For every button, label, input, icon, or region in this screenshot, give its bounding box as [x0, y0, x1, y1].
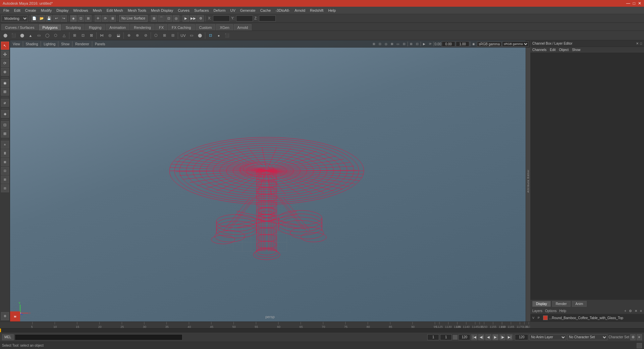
disp-tab-display[interactable]: Display [532, 301, 551, 307]
play-fwd-btn[interactable]: ▶ [492, 334, 498, 340]
skip-to-end-btn[interactable]: ▶| [506, 334, 513, 340]
menu-curves[interactable]: Curves [176, 8, 192, 13]
menu-modify[interactable]: Modify [39, 8, 54, 13]
undo-btn[interactable]: ↩ [53, 15, 60, 22]
timeline-track-inner[interactable] [0, 329, 530, 332]
cube-icon[interactable]: ⬛ [10, 32, 18, 40]
vp-icon2[interactable]: ⊡ [377, 41, 383, 47]
skip-to-start-btn[interactable]: |◀ [471, 334, 477, 340]
disp-tab-render[interactable]: Render [552, 301, 571, 307]
menu-mesh-tools[interactable]: Mesh Tools [126, 8, 148, 13]
minimize-button[interactable]: — [626, 1, 630, 6]
step-back-btn[interactable]: ◀| [478, 334, 484, 340]
end-frame-input[interactable] [459, 334, 470, 340]
channel-box-close[interactable]: ✕ [636, 42, 639, 45]
play-back-btn[interactable]: ◀ [485, 334, 491, 340]
menu-display[interactable]: Display [54, 8, 70, 13]
separate-icon[interactable]: ⊗ [133, 32, 141, 40]
menu-deform[interactable]: Deform [211, 8, 227, 13]
move-mode-btn[interactable]: ✛ [1, 50, 9, 58]
tab-curves-surfaces[interactable]: Curves / Surfaces [1, 24, 38, 31]
close-button[interactable]: ✕ [638, 1, 641, 6]
bevel-icon[interactable]: ⊠ [87, 32, 95, 40]
uv-editor-icon[interactable]: UV [179, 32, 187, 40]
char-set-select[interactable]: No Character Set [567, 334, 607, 340]
layers-btn[interactable]: Layers [532, 309, 542, 313]
paint-sel-btn[interactable]: ⊞ [85, 15, 92, 22]
step-fwd-btn[interactable]: |▶ [499, 334, 505, 340]
mode-select[interactable]: Modeling Rigging Animation FX [1, 15, 28, 22]
render-settings-btn[interactable]: ⚙ [197, 15, 204, 22]
smooth-icon[interactable]: ⊞ [70, 32, 78, 40]
vp-icon6[interactable]: ⊟ [401, 41, 407, 47]
command-input[interactable] [15, 334, 182, 340]
render-current-btn[interactable]: ▶ [182, 15, 189, 22]
tab-xgen[interactable]: XGen [216, 24, 233, 31]
tab-animation[interactable]: Animation [106, 24, 129, 31]
move-tool-btn[interactable]: ✛ [95, 15, 101, 22]
menu-arnold[interactable]: Arnold [292, 8, 307, 13]
extrude-icon[interactable]: ⊡ [79, 32, 87, 40]
layer-color-swatch[interactable] [543, 315, 548, 320]
status-icon[interactable] [637, 343, 642, 348]
tool12[interactable]: ⊡ [1, 167, 9, 175]
extract-icon[interactable]: ⊘ [142, 32, 150, 40]
select-tool-btn[interactable]: ◈ [70, 15, 77, 22]
tab-rigging[interactable]: Rigging [85, 24, 105, 31]
vp-loop-icon[interactable]: ⟳ [428, 41, 433, 47]
layer-p-label[interactable]: P [538, 316, 542, 319]
select-contiguous-icon[interactable]: ⬡ [152, 32, 160, 40]
tab-sculpting[interactable]: Sculpting [62, 24, 85, 31]
layer-options-icon[interactable]: ≡ [640, 309, 642, 313]
scale-mode-btn[interactable]: ⊕ [1, 68, 9, 76]
append-poly-icon[interactable]: ⬓ [114, 32, 122, 40]
cylindrical-map-icon[interactable]: ⬤ [196, 32, 204, 40]
cone-icon[interactable]: ▲ [26, 32, 35, 40]
disp-tab-anim[interactable]: Anim [572, 301, 587, 307]
timeline-ruler-track[interactable] [10, 322, 530, 328]
scale-tool-btn[interactable]: ⊞ [109, 15, 116, 22]
open-btn[interactable]: 📂 [38, 15, 45, 22]
planar-map-icon[interactable]: ▭ [187, 32, 196, 40]
plane-icon[interactable]: ▭ [35, 32, 43, 40]
tab-custom[interactable]: Custom [196, 24, 216, 31]
tool13[interactable]: ⊞ [1, 176, 9, 184]
tool11[interactable]: ⊠ [1, 158, 9, 166]
maximize-button[interactable]: □ [633, 1, 635, 6]
sculpt-btn[interactable]: ◈ [1, 110, 9, 118]
anim-extra-btn[interactable]: ≡ [637, 334, 642, 340]
flat-shade-icon[interactable]: ⬛ [223, 32, 231, 40]
settings-btn[interactable]: ⚙ [1, 312, 9, 320]
soft-mod-btn[interactable]: ◉ [1, 79, 9, 87]
render-seq-btn[interactable]: ▶▶ [190, 15, 197, 22]
menu-create[interactable]: Create [23, 8, 38, 13]
snap-curve-btn[interactable]: ⌒ [158, 15, 165, 22]
attribute-editor-tab[interactable]: Attribute Editor [526, 40, 530, 321]
tool10[interactable]: ≣ [1, 149, 9, 157]
vp-show-menu[interactable]: Show [60, 42, 71, 46]
grow-sel-icon[interactable]: ⊞ [160, 32, 168, 40]
sphere-icon[interactable]: ⬤ [1, 32, 9, 40]
layer-v-label[interactable]: V [532, 316, 536, 319]
mel-python-toggle[interactable]: MEL [2, 334, 14, 340]
paint-weights-btn[interactable]: ⊡ [1, 121, 9, 129]
vp-icon4[interactable]: ⊠ [389, 41, 395, 47]
ch-tab-object[interactable]: Object [559, 48, 569, 52]
tool9[interactable]: ≡ [1, 141, 9, 149]
new-btn[interactable]: 📄 [31, 15, 38, 22]
menu-mesh[interactable]: Mesh [91, 8, 104, 13]
snap-view-btn[interactable]: ◎ [173, 15, 179, 22]
smooth-shade-icon[interactable]: ● [215, 32, 223, 40]
z-input[interactable] [259, 15, 276, 21]
vp-icon1[interactable]: ⊞ [371, 41, 377, 47]
paint-skin-btn[interactable]: ⊞ [1, 130, 9, 138]
ch-tab-show[interactable]: Show [572, 48, 580, 52]
tab-fx[interactable]: FX [155, 24, 167, 31]
vp-icon7[interactable]: ⊞ [409, 41, 414, 47]
vp-gamma-select[interactable]: sRGB gamma [502, 41, 529, 47]
save-btn[interactable]: 💾 [46, 15, 52, 22]
fill-hole-icon[interactable]: ◎ [106, 32, 114, 40]
tool14[interactable]: ⊟ [1, 184, 9, 192]
menu-edit-mesh[interactable]: Edit Mesh [105, 8, 125, 13]
bridge-icon[interactable]: ⋈ [98, 32, 106, 40]
